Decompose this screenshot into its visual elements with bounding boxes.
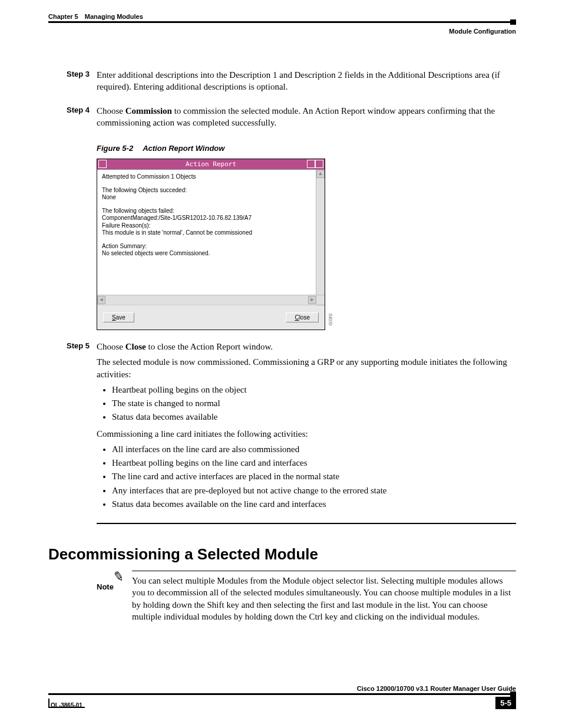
- note-block: ✎ Note You can select multiple Modules f…: [48, 571, 516, 622]
- list-item: All interfaces on the line card are also…: [112, 443, 516, 455]
- list-item: The state is changed to normal: [112, 397, 516, 409]
- step-4: Step 4 Choose Commission to commission t…: [48, 105, 516, 133]
- scroll-right-icon[interactable]: ►: [308, 296, 316, 304]
- maximize-icon[interactable]: [315, 160, 323, 168]
- page-footer: Cisco 12000/10700 v3.1 Router Manager Us…: [48, 685, 516, 709]
- activity-list-2: All interfaces on the line card are also…: [97, 443, 516, 510]
- action-report-window: Action Report Attempted to Commission 1 …: [97, 159, 325, 330]
- guide-title: Cisco 12000/10700 v3.1 Router Manager Us…: [48, 685, 516, 692]
- window-titlebar: Action Report: [97, 159, 325, 169]
- activity-list-1: Heartbeat polling begins on the object T…: [97, 384, 516, 423]
- list-item: Heartbeat polling begins on the line car…: [112, 457, 516, 469]
- report-text-area: Attempted to Commission 1 Objects The fo…: [97, 170, 316, 295]
- running-header: Chapter 5 Managing Modules: [48, 13, 516, 21]
- window-title: Action Report: [186, 160, 236, 168]
- horizontal-scrollbar[interactable]: ◄ ►: [97, 295, 325, 305]
- section-label: Module Configuration: [48, 28, 516, 35]
- button-row: Save Close: [97, 305, 325, 330]
- save-button[interactable]: Save: [103, 312, 134, 322]
- chapter-title: Managing Modules: [85, 13, 143, 20]
- list-item: The line card and active interfaces are …: [112, 470, 516, 482]
- step-label: Step 3: [48, 69, 97, 97]
- list-item: Status data becomes available on the lin…: [112, 498, 516, 510]
- figure-ref-number: 84939: [328, 314, 333, 325]
- list-item: Status data becomes available: [112, 411, 516, 423]
- note-text: You can select multiple Modules from the…: [132, 571, 516, 622]
- step-text: Choose Commission to commission the sele…: [97, 105, 516, 129]
- step-label: Step 4: [48, 105, 97, 133]
- step-label: Step 5: [48, 341, 97, 515]
- window-menu-icon[interactable]: [98, 160, 107, 168]
- list-item: Any interfaces that are pre-deployed but…: [112, 485, 516, 496]
- step-para: Commissioning a line card initiates the …: [97, 428, 516, 440]
- figure-caption: Figure 5-2Action Report Window: [97, 144, 516, 153]
- section-divider: [97, 523, 516, 524]
- doc-number: OL-3865-01: [51, 702, 82, 709]
- section-heading: Decommissioning a Selected Module: [48, 545, 516, 564]
- close-button[interactable]: Close: [286, 312, 319, 322]
- chapter-number: Chapter 5: [48, 13, 78, 20]
- step-3: Step 3 Enter additional descriptions int…: [48, 69, 516, 97]
- vertical-scrollbar[interactable]: ▲ ▼: [316, 170, 325, 295]
- step-text: Enter additional descriptions into the D…: [97, 69, 516, 93]
- figure-5-2: Figure 5-2Action Report Window Action Re…: [97, 144, 516, 330]
- step-text: Choose Close to close the Action Report …: [97, 341, 516, 353]
- footer-rule: [48, 693, 516, 695]
- minimize-icon[interactable]: [307, 160, 315, 168]
- step-5: Step 5 Choose Close to close the Action …: [48, 341, 516, 515]
- scroll-up-icon[interactable]: ▲: [316, 170, 325, 178]
- header-rule: [48, 21, 516, 23]
- step-para: The selected module is now commissioned.…: [97, 356, 516, 380]
- scroll-left-icon[interactable]: ◄: [97, 296, 105, 304]
- list-item: Heartbeat polling begins on the object: [112, 384, 516, 396]
- page-number: 5-5: [495, 697, 516, 709]
